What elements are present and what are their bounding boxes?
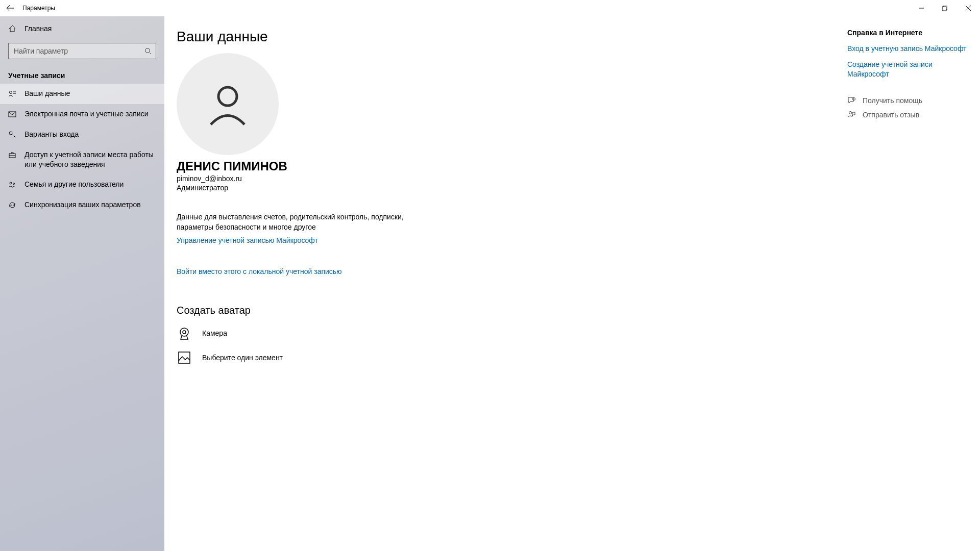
key-icon	[8, 131, 16, 139]
maximize-icon	[942, 6, 947, 11]
feedback-icon	[847, 111, 855, 119]
help-title: Справка в Интернете	[847, 29, 968, 37]
svg-rect-11	[179, 352, 190, 363]
svg-point-13	[849, 111, 852, 114]
image-icon	[177, 350, 192, 365]
svg-point-9	[180, 328, 188, 336]
people-icon	[8, 181, 16, 189]
get-help-row[interactable]: Получить помощь	[847, 96, 968, 105]
user-detail-icon	[8, 90, 16, 98]
help-panel: Справка в Интернете Вход в учетную запис…	[847, 16, 980, 551]
camera-icon	[177, 325, 192, 341]
avatar	[177, 53, 279, 155]
svg-point-8	[218, 87, 237, 106]
sidebar-home[interactable]: Главная	[0, 18, 164, 39]
page-title: Ваши данные	[177, 29, 847, 45]
svg-point-10	[183, 331, 186, 334]
help-link-signin[interactable]: Вход в учетную запись Майкрософт	[847, 44, 968, 54]
back-button[interactable]	[4, 2, 16, 14]
help-link-create-account[interactable]: Создание учетной записи Майкрософт	[847, 60, 968, 79]
minimize-icon	[919, 6, 924, 11]
sidebar-item-label: Электронная почта и учетные записи	[24, 109, 148, 119]
svg-point-2	[10, 91, 12, 94]
svg-rect-0	[942, 7, 946, 11]
avatar-camera-label: Камера	[202, 329, 227, 337]
mail-icon	[8, 110, 16, 118]
home-icon	[8, 24, 16, 33]
arrow-left-icon	[6, 4, 14, 12]
help-icon	[847, 96, 855, 105]
sidebar-item-email-accounts[interactable]: Электронная почта и учетные записи	[0, 104, 164, 124]
sidebar-item-label: Варианты входа	[24, 130, 79, 139]
get-help-label: Получить помощь	[863, 96, 922, 105]
user-name: ДЕНИС ПИМИНОВ	[177, 159, 847, 173]
sidebar-section-header: Учетные записи	[0, 63, 164, 84]
briefcase-icon	[8, 151, 16, 159]
close-icon	[966, 6, 971, 11]
search-input[interactable]	[9, 43, 156, 59]
local-account-link[interactable]: Войти вместо этого с локальной учетной з…	[177, 267, 342, 276]
avatar-camera-option[interactable]: Камера	[177, 325, 847, 341]
minimize-button[interactable]	[910, 0, 933, 16]
create-avatar-heading: Создать аватар	[177, 305, 847, 316]
window-title: Параметры	[22, 5, 55, 12]
sidebar-item-family[interactable]: Семья и другие пользователи	[0, 174, 164, 195]
sidebar-item-sync[interactable]: Синхронизация ваших параметров	[0, 195, 164, 215]
sidebar-item-label: Семья и другие пользователи	[24, 180, 124, 189]
svg-point-12	[853, 97, 855, 100]
manage-account-link[interactable]: Управление учетной записью Майкрософт	[177, 236, 318, 244]
sidebar-item-label: Синхронизация ваших параметров	[24, 200, 141, 210]
window-controls	[910, 0, 980, 16]
sidebar-home-label: Главная	[24, 24, 52, 33]
titlebar: Параметры	[0, 0, 980, 16]
user-role: Администратор	[177, 184, 847, 192]
sidebar: Главная Учетные записи Ваши данные Элект…	[0, 16, 164, 551]
main-panel: Ваши данные ДЕНИС ПИМИНОВ piminov_d@inbo…	[164, 16, 847, 551]
avatar-browse-option[interactable]: Выберите один элемент	[177, 350, 847, 365]
person-icon	[205, 81, 251, 127]
user-email: piminov_d@inbox.ru	[177, 174, 847, 183]
svg-point-6	[10, 182, 12, 184]
content: Ваши данные ДЕНИС ПИМИНОВ piminov_d@inbo…	[164, 16, 980, 551]
maximize-button[interactable]	[933, 0, 957, 16]
feedback-label: Отправить отзыв	[863, 111, 919, 119]
search-box[interactable]	[8, 43, 156, 59]
sidebar-item-your-info[interactable]: Ваши данные	[0, 84, 164, 104]
sync-icon	[8, 201, 16, 209]
feedback-row[interactable]: Отправить отзыв	[847, 111, 968, 119]
sidebar-item-work-school[interactable]: Доступ к учетной записи места работы или…	[0, 145, 164, 174]
svg-point-1	[145, 48, 150, 53]
billing-description: Данные для выставления счетов, родительс…	[177, 212, 416, 232]
avatar-browse-label: Выберите один элемент	[202, 354, 283, 362]
close-button[interactable]	[957, 0, 980, 16]
svg-point-7	[13, 183, 15, 184]
sidebar-item-label: Ваши данные	[24, 89, 70, 98]
sidebar-item-label: Доступ к учетной записи места работы или…	[24, 150, 156, 169]
search-icon	[144, 47, 152, 57]
sidebar-item-signin-options[interactable]: Варианты входа	[0, 124, 164, 145]
